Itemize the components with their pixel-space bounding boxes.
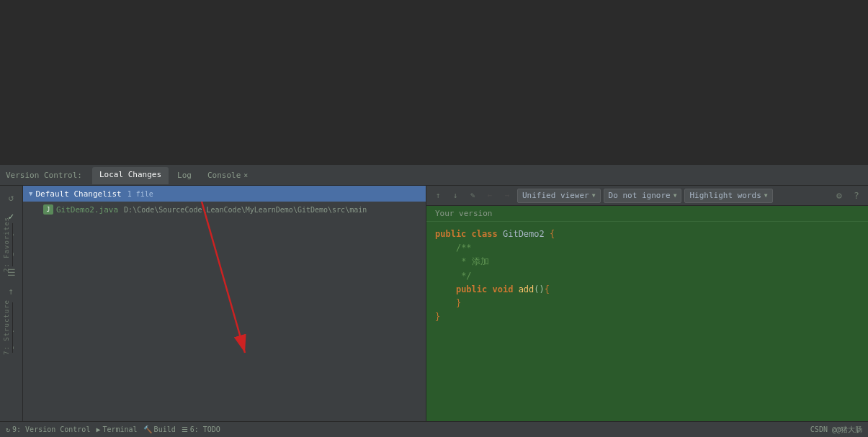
vc-label: 9: Version Control	[12, 425, 90, 433]
favorites-label-container: 2: Favorites	[0, 223, 13, 266]
left-panel: ▼ Default Changelist 1 file J GitDemo2.j…	[23, 186, 426, 437]
build-label: Build	[154, 425, 176, 433]
file-item[interactable]: J GitDemo2.java D:\Code\SourceCode\LeanC…	[23, 202, 426, 217]
tab-console[interactable]: Console ×	[200, 167, 255, 184]
vc-icon: ↻	[6, 425, 10, 433]
your-version-label: Your version	[426, 206, 868, 222]
diff-up-button[interactable]: ↑	[431, 189, 445, 203]
status-todo[interactable]: ☰ 6: TODO	[182, 425, 220, 433]
diff-prev-button[interactable]: ←	[483, 189, 497, 203]
tab-bar: Version Control: Local Changes Log Conso…	[0, 166, 868, 186]
tab-console-label: Console	[207, 171, 241, 180]
changelist-item[interactable]: ▼ Default Changelist 1 file	[23, 186, 426, 202]
code-line-3: /**	[435, 241, 859, 255]
version-control-label: Version Control:	[3, 171, 85, 180]
viewer-arrow-icon: ▼	[592, 192, 596, 199]
file-path: D:\Code\SourceCode\LeanCode\MyLearnDemo\…	[124, 206, 367, 214]
tab-log[interactable]: Log	[170, 167, 199, 184]
ignore-arrow-icon: ▼	[674, 192, 677, 199]
code-line-5: */	[435, 269, 859, 283]
code-line-8: }	[435, 297, 859, 310]
todo-label: 6: TODO	[190, 425, 220, 433]
code-line-2: public class GitDemo2 {	[435, 227, 859, 241]
terminal-icon: ▶	[96, 425, 100, 433]
upload-icon[interactable]: ↑	[3, 282, 20, 299]
diff-next-button[interactable]: →	[500, 189, 514, 203]
file-name: GitDemo2.java	[56, 205, 118, 215]
ignore-dropdown[interactable]: Do not ignore ▼	[604, 189, 682, 203]
csdn-label: CSDN @@猪大肠	[810, 425, 862, 435]
close-icon[interactable]: ×	[243, 171, 248, 179]
tab-log-label: Log	[177, 171, 192, 180]
changelist-name: Default Changelist	[35, 189, 121, 199]
status-version-control[interactable]: ↻ 9: Version Control	[6, 425, 90, 433]
status-build[interactable]: 🔨 Build	[143, 425, 176, 433]
top-editor-area	[0, 0, 868, 166]
main-content: ↺ ✓ ↩ ⇥ ☰ ↑ ↓ ☁ ⚙ ▼ Default Changelist 1…	[0, 186, 868, 437]
code-line-4: * 添加	[435, 255, 859, 269]
tab-local-changes[interactable]: Local Changes	[92, 167, 169, 184]
status-terminal[interactable]: ▶ Terminal	[96, 425, 137, 433]
diff-toolbar: ↑ ↓ ✎ ← → Unified viewer ▼ Do not ignore…	[426, 186, 868, 206]
diff-edit-button[interactable]: ✎	[465, 189, 480, 203]
unified-viewer-dropdown[interactable]: Unified viewer ▼	[517, 189, 601, 203]
diff-gear-button[interactable]: ⚙	[832, 189, 846, 203]
structure-label-container: 7: Structure	[0, 302, 13, 353]
tab-local-changes-label: Local Changes	[99, 170, 161, 179]
terminal-label: Terminal	[102, 425, 137, 433]
code-area: public class GitDemo2 { /** * 添加 */ publ…	[426, 222, 868, 437]
triangle-icon: ▼	[29, 190, 32, 197]
highlight-words-dropdown[interactable]: Highlight words ▼	[684, 189, 772, 203]
favorites-vertical-label: 2: Favorites	[3, 217, 10, 272]
right-panel: ↑ ↓ ✎ ← → Unified viewer ▼ Do not ignore…	[426, 186, 868, 437]
todo-icon: ☰	[182, 425, 188, 433]
code-line-10: }	[435, 310, 859, 324]
highlight-arrow-icon: ▼	[764, 192, 768, 199]
build-icon: 🔨	[143, 425, 152, 433]
structure-vertical-label: 7: Structure	[3, 299, 10, 355]
refresh-icon[interactable]: ↺	[3, 189, 20, 206]
unified-viewer-label: Unified viewer	[522, 191, 589, 200]
highlight-words-label: Highlight words	[689, 191, 761, 200]
changelist-count: 1 file	[127, 190, 153, 198]
diff-help-button[interactable]: ?	[849, 189, 864, 203]
code-line-6: public void add(){	[435, 283, 859, 297]
ignore-label: Do not ignore	[609, 191, 671, 200]
java-file-icon: J	[43, 204, 53, 215]
diff-down-button[interactable]: ↓	[448, 189, 462, 203]
status-bar: ↻ 9: Version Control ▶ Terminal 🔨 Build …	[0, 421, 868, 437]
